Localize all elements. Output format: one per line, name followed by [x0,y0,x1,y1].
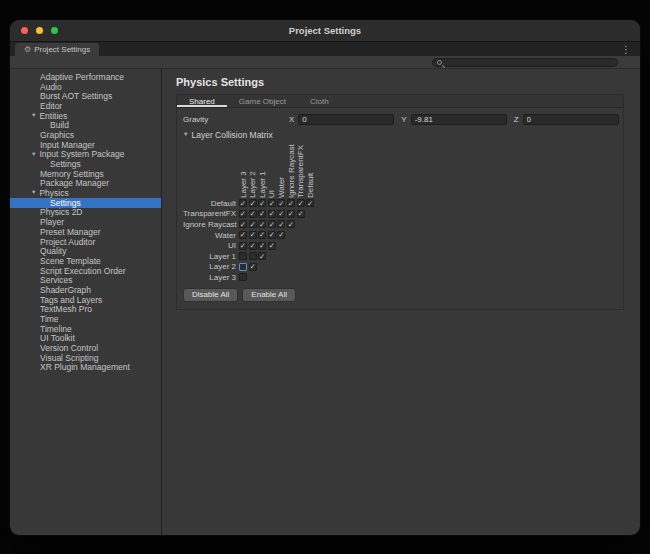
foldout-arrow-icon[interactable]: ▼ [31,190,36,196]
sidebar-item-physics-2d[interactable]: Physics 2D [10,208,161,218]
sidebar-item-physics[interactable]: ▼Physics [10,188,161,198]
search-box[interactable] [432,58,618,67]
sidebar-item-graphics[interactable]: Graphics [10,130,161,140]
sidebar-item-xr-plugin-management[interactable]: XR Plugin Management [10,363,161,373]
matrix-checkbox-checked[interactable]: ✓ [268,242,276,250]
matrix-column-label: Default [306,173,315,198]
tab-cloth[interactable]: Cloth [298,95,341,107]
foldout-arrow-icon[interactable]: ▼ [31,152,36,158]
matrix-row-layer-2: Layer 2✓ [183,262,623,273]
sidebar-item-visual-scripting[interactable]: Visual Scripting [10,353,161,363]
matrix-checkbox-checked[interactable]: ✓ [249,263,257,271]
matrix-checkbox-checked[interactable]: ✓ [258,231,266,239]
sidebar-item-settings[interactable]: Settings [10,198,161,208]
sidebar-item-entities[interactable]: ▼Entities [10,111,161,121]
project-settings-tab[interactable]: ⚙ Project Settings [15,43,99,56]
close-button[interactable] [21,27,28,34]
matrix-column-label: Layer 1 [258,171,267,198]
matrix-checkbox-unchecked[interactable] [239,273,247,281]
sidebar-item-adaptive-performance[interactable]: Adaptive Performance [10,72,161,82]
window-controls [21,20,58,41]
enable-all-button[interactable]: Enable All [242,288,296,303]
tab-shared[interactable]: Shared [177,95,227,107]
matrix-checkbox-checked[interactable]: ✓ [258,199,266,207]
matrix-checkbox-checked[interactable]: ✓ [287,199,295,207]
matrix-checkbox-checked[interactable]: ✓ [239,220,247,228]
layer-collision-matrix-foldout[interactable]: ▼ Layer Collision Matrix [183,130,623,140]
sidebar-item-label: Script Execution Order [40,266,126,276]
matrix-checkbox-checked[interactable]: ✓ [239,242,247,250]
sidebar-item-audio[interactable]: Audio [10,82,161,92]
sidebar-item-version-control[interactable]: Version Control [10,343,161,353]
disable-all-button[interactable]: Disable All [183,288,238,303]
matrix-checkbox-unchecked[interactable] [239,252,247,260]
matrix-checkbox-checked[interactable]: ✓ [268,199,276,207]
sidebar-item-label: Quality [40,246,66,256]
matrix-checkbox-checked[interactable]: ✓ [239,199,247,207]
matrix-checkbox-checked[interactable]: ✓ [258,220,266,228]
matrix-checkbox-checked[interactable]: ✓ [258,252,266,260]
matrix-checkbox-checked[interactable]: ✓ [277,199,285,207]
matrix-checkbox-checked[interactable]: ✓ [239,231,247,239]
sidebar-item-burst-aot-settings[interactable]: Burst AOT Settings [10,91,161,101]
matrix-checkbox-checked[interactable]: ✓ [277,231,285,239]
matrix-checkbox-checked[interactable]: ✓ [258,210,266,218]
matrix-row-label: Water [183,231,239,240]
sidebar-item-timeline[interactable]: Timeline [10,324,161,334]
zoom-button[interactable] [51,27,58,34]
matrix-checkbox-checked[interactable]: ✓ [268,210,276,218]
more-options-icon[interactable]: ⋮ [621,42,631,56]
matrix-cells [239,273,249,281]
sidebar-item-input-manager[interactable]: Input Manager [10,140,161,150]
matrix-checkbox-unchecked[interactable] [249,252,257,260]
sidebar-item-player[interactable]: Player [10,217,161,227]
sidebar-item-memory-settings[interactable]: Memory Settings [10,169,161,179]
matrix-checkbox-checked[interactable]: ✓ [297,210,305,218]
search-input[interactable] [445,59,613,66]
sidebar-item-project-auditor[interactable]: Project Auditor [10,237,161,247]
sidebar-item-ui-toolkit[interactable]: UI Toolkit [10,334,161,344]
content-area: Adaptive PerformanceAudioBurst AOT Setti… [10,69,640,535]
matrix-checkbox-checked[interactable]: ✓ [287,210,295,218]
matrix-checkbox-checked[interactable]: ✓ [249,210,257,218]
gravity-z-input[interactable] [523,114,619,125]
matrix-checkbox-checked[interactable]: ✓ [249,231,257,239]
minimize-button[interactable] [36,27,43,34]
matrix-checkbox-checked[interactable]: ✓ [287,220,295,228]
gravity-y-input[interactable] [411,114,507,125]
sidebar-item-editor[interactable]: Editor [10,101,161,111]
sidebar-item-label: Burst AOT Settings [40,91,112,101]
matrix-row-transparentfx: TransparentFX✓✓✓✓✓✓✓ [183,209,623,220]
foldout-arrow-icon[interactable]: ▼ [31,113,36,119]
sidebar-item-scene-template[interactable]: Scene Template [10,256,161,266]
sidebar-item-build[interactable]: Build [10,120,161,130]
matrix-checkbox-checked[interactable]: ✓ [306,199,314,207]
matrix-column-label: Layer 3 [239,171,248,198]
matrix-checkbox-checked[interactable]: ✓ [249,199,257,207]
matrix-checkbox-checked[interactable]: ✓ [268,231,276,239]
sidebar-item-services[interactable]: Services [10,275,161,285]
matrix-checkbox-unchecked[interactable] [239,263,247,271]
matrix-checkbox-checked[interactable]: ✓ [249,242,257,250]
matrix-checkbox-checked[interactable]: ✓ [268,220,276,228]
sidebar-item-shadergraph[interactable]: ShaderGraph [10,285,161,295]
gravity-x-input[interactable] [298,114,394,125]
sidebar-item-time[interactable]: Time [10,314,161,324]
sidebar-item-script-execution-order[interactable]: Script Execution Order [10,266,161,276]
sidebar-item-package-manager[interactable]: Package Manager [10,179,161,189]
sidebar-item-settings[interactable]: Settings [10,159,161,169]
sidebar-item-quality[interactable]: Quality [10,246,161,256]
matrix-checkbox-checked[interactable]: ✓ [249,220,257,228]
matrix-row-label: Layer 2 [183,262,239,271]
matrix-checkbox-checked[interactable]: ✓ [277,210,285,218]
matrix-checkbox-checked[interactable]: ✓ [239,210,247,218]
matrix-column-label: Water [277,177,286,198]
tab-game-object[interactable]: Game Object [227,95,298,107]
matrix-checkbox-checked[interactable]: ✓ [258,242,266,250]
matrix-checkbox-checked[interactable]: ✓ [277,220,285,228]
matrix-checkbox-checked[interactable]: ✓ [297,199,305,207]
sidebar-item-preset-manager[interactable]: Preset Manager [10,227,161,237]
sidebar-item-tags-and-layers[interactable]: Tags and Layers [10,295,161,305]
sidebar-item-textmesh-pro[interactable]: TextMesh Pro [10,305,161,315]
sidebar-item-input-system-package[interactable]: ▼Input System Package [10,150,161,160]
